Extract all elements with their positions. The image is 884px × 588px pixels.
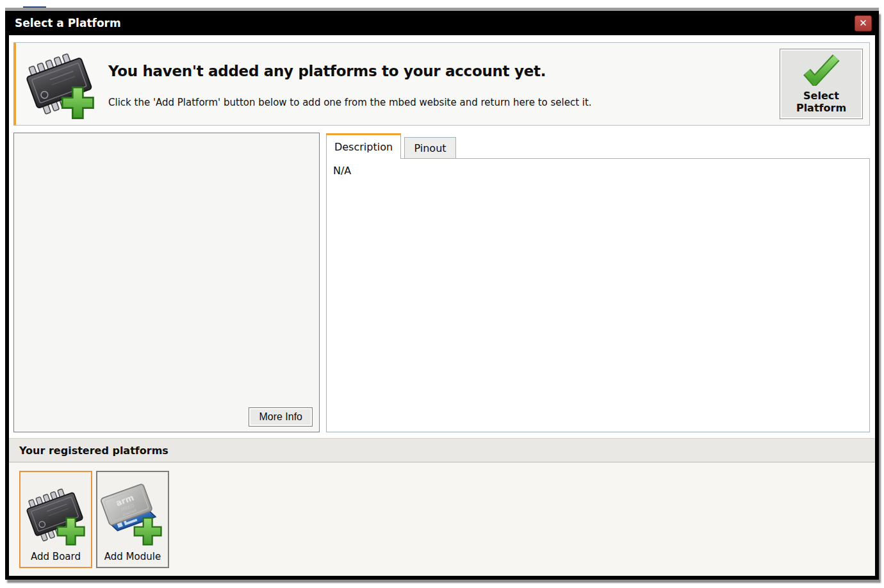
platform-detail-row: More Info Description Pinout N/A xyxy=(13,133,870,432)
tab-description[interactable]: Description xyxy=(326,133,401,159)
platform-details-column: Description Pinout N/A xyxy=(326,133,870,432)
banner-heading: You haven't added any platforms to your … xyxy=(108,63,771,79)
add-module-label: Add Module xyxy=(104,551,161,562)
dialog-title: Select a Platform xyxy=(15,17,121,29)
tab-pinout[interactable]: Pinout xyxy=(404,137,456,158)
dialog-titlebar: Select a Platform ✕ xyxy=(9,11,875,35)
registered-platforms-list: Add Board Add Module xyxy=(9,462,875,576)
select-platform-dialog: Select a Platform ✕ You haven't added an… xyxy=(5,11,879,580)
details-tabs: Description Pinout xyxy=(326,133,870,158)
description-content: N/A xyxy=(326,158,870,432)
add-board-tile[interactable]: Add Board xyxy=(19,471,92,568)
select-platform-label-line2: Platform xyxy=(796,102,846,114)
module-add-icon xyxy=(100,480,165,550)
add-board-label: Add Board xyxy=(31,551,81,562)
checkmark-icon xyxy=(801,54,841,86)
select-platform-button[interactable]: Select Platform xyxy=(780,49,863,119)
select-platform-label-line1: Select xyxy=(803,90,839,102)
banner-subtext: Click the 'Add Platform' button below to… xyxy=(108,97,771,108)
chip-add-icon xyxy=(23,480,88,550)
banner-text: You haven't added any platforms to your … xyxy=(108,60,771,108)
dialog-content: You haven't added any platforms to your … xyxy=(9,35,875,576)
add-module-tile[interactable]: Add Module xyxy=(96,471,169,568)
no-platforms-banner: You haven't added any platforms to your … xyxy=(13,42,870,126)
registered-platforms-title: Your registered platforms xyxy=(19,445,168,457)
more-info-button[interactable]: More Info xyxy=(249,407,313,427)
platform-preview-panel: More Info xyxy=(13,133,320,432)
chip-add-icon xyxy=(21,46,99,122)
registered-platforms-header: Your registered platforms xyxy=(9,438,875,462)
close-icon[interactable]: ✕ xyxy=(855,15,872,31)
